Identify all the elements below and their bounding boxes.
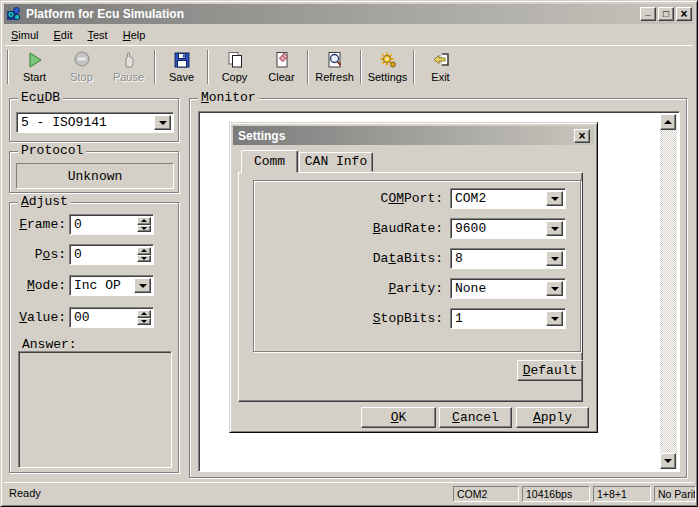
menu-help[interactable]: Help <box>117 27 152 43</box>
scroll-down-button[interactable] <box>660 453 676 469</box>
settings-dialog-title: Settings <box>238 129 572 143</box>
pos-label: Pos: <box>16 247 66 262</box>
chevron-down-icon <box>551 257 559 261</box>
settings-close-button[interactable]: × <box>574 129 590 143</box>
comport-dropdown-button[interactable] <box>546 191 563 206</box>
menubar: Simul Edit Test Help <box>5 26 693 44</box>
tab-can-info[interactable]: CAN Info <box>299 152 373 172</box>
window-title: Platform for Ecu Simulation <box>26 7 638 21</box>
baudrate-dropdown-button[interactable] <box>546 221 563 236</box>
pos-spin-buttons <box>137 247 151 262</box>
ecudb-group-label: EcuDB <box>18 91 63 105</box>
spin-up-button[interactable] <box>137 310 151 318</box>
toolbar-settings-button[interactable]: Settings <box>364 48 411 86</box>
toolbar-separator <box>207 50 209 84</box>
frame-spinner[interactable]: 0 <box>69 214 154 235</box>
comport-label: COMPort: <box>301 191 443 206</box>
databits-dropdown-button[interactable] <box>546 251 563 266</box>
menu-edit[interactable]: Edit <box>48 27 79 43</box>
stopbits-combobox[interactable]: 1 <box>450 308 566 329</box>
ecudb-dropdown-button[interactable] <box>154 115 171 130</box>
baudrate-combobox[interactable]: 9600 <box>450 218 566 239</box>
close-button[interactable]: × <box>676 7 692 21</box>
spin-down-button[interactable] <box>137 255 151 263</box>
cancel-button[interactable]: Cancel <box>439 407 512 428</box>
answer-listbox[interactable] <box>18 351 172 468</box>
chevron-down-icon <box>551 317 559 321</box>
protocol-value: Unknown <box>68 169 123 184</box>
mode-combobox[interactable]: Inc OP <box>69 275 154 296</box>
parity-dropdown-button[interactable] <box>546 281 563 296</box>
mode-dropdown-button[interactable] <box>134 278 151 293</box>
scroll-up-button[interactable] <box>660 114 676 130</box>
ecudb-value: 5 - ISO9141 <box>21 115 107 130</box>
maximize-button[interactable]: □ <box>658 7 674 21</box>
value-spinner[interactable]: 00 <box>69 307 154 328</box>
ok-button[interactable]: OK <box>361 407 436 428</box>
stopbits-label: StopBits: <box>301 311 443 326</box>
spin-up-button[interactable] <box>137 247 151 255</box>
value-label: Value: <box>16 310 66 325</box>
app-icon <box>6 6 22 22</box>
pos-value: 0 <box>74 247 82 262</box>
minimize-button[interactable]: _ <box>640 7 656 21</box>
toolbar-refresh-button[interactable]: Refresh <box>311 48 358 86</box>
parity-combobox[interactable]: None <box>450 278 566 299</box>
toolbar-copy-button[interactable]: Copy <box>211 48 258 86</box>
exit-icon <box>431 50 451 70</box>
toolbar-clear-button[interactable]: Clear <box>258 48 305 86</box>
databits-combobox[interactable]: 8 <box>450 248 566 269</box>
toolbar-separator <box>360 50 362 84</box>
parity-value: None <box>455 281 486 296</box>
status-baud-pane: 10416bps <box>522 486 590 502</box>
settings-dialog-titlebar: Settings × <box>233 126 594 145</box>
value-value: 00 <box>74 310 90 325</box>
value-spin-buttons <box>137 310 151 325</box>
comport-combobox[interactable]: COM2 <box>450 188 566 209</box>
comport-value: COM2 <box>455 191 486 206</box>
statusbar: Ready COM2 10416bps 1+8+1 No Parity <box>4 482 694 503</box>
main-window: Platform for Ecu Simulation _ □ × Simul … <box>0 0 698 507</box>
frame-label: Frame: <box>16 217 66 232</box>
default-button[interactable]: Default <box>517 360 583 381</box>
spin-up-button[interactable] <box>137 217 151 225</box>
monitor-group-label: Monitor <box>198 91 259 105</box>
mode-value: Inc OP <box>74 278 121 293</box>
parity-label: Parity: <box>301 281 443 296</box>
protocol-group-label: Protocol <box>18 144 86 158</box>
protocol-panel: Unknown <box>16 163 174 189</box>
tab-comm[interactable]: Comm <box>241 150 298 173</box>
chevron-down-icon <box>551 287 559 291</box>
stop-icon <box>72 50 92 70</box>
up-arrow-icon <box>664 120 672 124</box>
copy-icon <box>225 50 245 70</box>
stopbits-dropdown-button[interactable] <box>546 311 563 326</box>
menu-test[interactable]: Test <box>81 27 113 43</box>
down-arrow-icon <box>141 257 147 260</box>
up-arrow-icon <box>141 312 147 315</box>
toolbar-stop-button: Stop <box>58 48 105 86</box>
toolbar-exit-button[interactable]: Exit <box>417 48 464 86</box>
databits-value: 8 <box>455 251 463 266</box>
titlebar: Platform for Ecu Simulation _ □ × <box>4 4 694 24</box>
monitor-vscrollbar[interactable] <box>660 114 677 469</box>
ecudb-combobox[interactable]: 5 - ISO9141 <box>16 112 174 133</box>
toolbar: Start Stop Pause Save <box>5 45 693 87</box>
pos-spinner[interactable]: 0 <box>69 244 154 265</box>
toolbar-save-button[interactable]: Save <box>158 48 205 86</box>
clear-icon <box>272 50 292 70</box>
status-framing-pane: 1+8+1 <box>593 486 651 502</box>
apply-button[interactable]: Apply <box>516 407 589 428</box>
spin-down-button[interactable] <box>137 225 151 233</box>
save-icon <box>172 50 192 70</box>
down-arrow-icon <box>141 227 147 230</box>
spin-down-button[interactable] <box>137 318 151 326</box>
protocol-group: Protocol Unknown <box>9 151 179 193</box>
down-arrow-icon <box>141 320 147 323</box>
adjust-group: Adjust Frame: 0 Pos: 0 Mode: Inc OP Valu… <box>9 202 179 473</box>
down-arrow-icon <box>664 459 672 463</box>
up-arrow-icon <box>141 219 147 222</box>
status-ready: Ready <box>9 487 41 499</box>
menu-simul[interactable]: Simul <box>5 27 45 43</box>
toolbar-start-button[interactable]: Start <box>11 48 58 86</box>
